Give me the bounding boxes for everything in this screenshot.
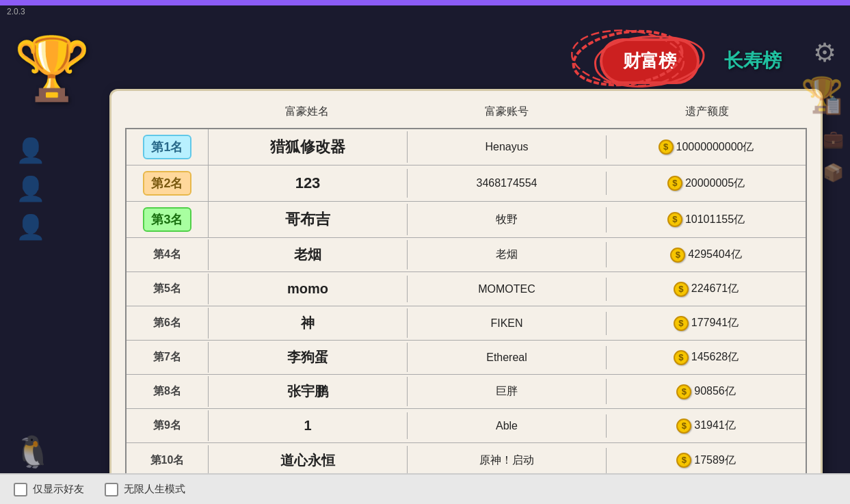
amount-cell: $177941亿 <box>607 310 806 336</box>
name-cell: 老烟 <box>209 240 408 269</box>
rank-cell: 第3名 <box>127 202 209 237</box>
amount-text: 224671亿 <box>691 282 739 296</box>
rank-badge: 第7名 <box>146 347 188 367</box>
name-cell: momo <box>209 276 408 302</box>
rank-badge: 第5名 <box>146 279 188 299</box>
sidebar-icon-2: 💼 <box>823 129 844 149</box>
name-cell: 猎狐修改器 <box>209 131 408 163</box>
table-row: 第1名猎狐修改器Henayus$10000000000亿 <box>127 129 806 165</box>
penguin-icon: 🐧 <box>14 434 52 470</box>
show-friends-option[interactable]: 仅显示好友 <box>14 483 84 496</box>
rank-badge: 第9名 <box>146 416 188 436</box>
amount-text: 90856亿 <box>694 384 736 399</box>
rank-cell: 第4名 <box>127 239 209 270</box>
table-headers: 富豪姓名 富豪账号 遗产额度 <box>125 101 807 122</box>
rank-cell: 第9名 <box>127 410 209 441</box>
coin-icon: $ <box>670 248 685 263</box>
amount-text: 10101155亿 <box>685 213 745 227</box>
rank-badge: 第4名 <box>146 245 188 265</box>
sidebar-icon-3: 📦 <box>823 163 844 183</box>
name-cell: 张宇鹏 <box>209 377 408 406</box>
leaderboard-panel: 富豪姓名 富豪账号 遗产额度 第1名猎狐修改器Henayus$100000000… <box>109 89 823 491</box>
account-cell: 原神！启动 <box>408 448 607 473</box>
infinite-life-option[interactable]: 无限人生模式 <box>105 483 185 496</box>
rank-cell: 第6名 <box>127 308 209 339</box>
ghost-figure-2: 👤 <box>16 175 46 203</box>
amount-cell: $90856亿 <box>607 379 806 405</box>
show-friends-checkbox[interactable] <box>14 483 27 496</box>
rank-badge: 第8名 <box>146 382 188 401</box>
amount-text: 31941亿 <box>694 419 736 433</box>
table-row: 第7名李狗蛋Ethereal$145628亿 <box>127 341 806 375</box>
rank-cell: 第10名 <box>127 445 209 476</box>
rank-badge: 第1名 <box>143 135 191 159</box>
name-cell: 道心永恒 <box>209 446 408 475</box>
show-friends-label: 仅显示好友 <box>33 483 84 496</box>
trophy-icon-left: 🏆 <box>14 38 90 99</box>
sidebar-decorations-right: 📋 💼 📦 <box>819 96 847 183</box>
rank-badge: 第6名 <box>146 313 188 333</box>
account-cell: FIKEN <box>408 312 607 335</box>
bottom-bar: 仅显示好友 无限人生模式 <box>0 473 850 504</box>
rank-badge: 第3名 <box>143 207 191 232</box>
amount-text: 4295404亿 <box>688 248 741 262</box>
svg-point-0 <box>570 25 685 92</box>
tab-longevity[interactable]: 长寿榜 <box>710 40 795 82</box>
table-row: 第2名1233468174554$20000005亿 <box>127 165 806 202</box>
rank-cell: 第1名 <box>127 129 209 165</box>
header-name: 富豪姓名 <box>207 101 407 122</box>
ghost-figure-3: 👤 <box>16 213 46 241</box>
name-cell: 李狗蛋 <box>209 343 408 372</box>
coin-icon: $ <box>676 384 691 399</box>
table-row: 第4名老烟老烟$4295404亿 <box>127 238 806 272</box>
rank-cell: 第5名 <box>127 274 209 304</box>
sidebar-icon-1: 📋 <box>823 96 844 116</box>
rank-badge: 第2名 <box>143 171 191 196</box>
account-cell: 3468174554 <box>408 172 607 195</box>
coin-icon: $ <box>674 350 689 365</box>
amount-cell: $10000000000亿 <box>607 134 806 160</box>
leaderboard-table: 第1名猎狐修改器Henayus$10000000000亿第2名123346817… <box>125 128 807 479</box>
amount-text: 17589亿 <box>694 453 736 468</box>
name-cell: 123 <box>209 169 408 198</box>
top-purple-bar <box>0 0 850 5</box>
coin-icon: $ <box>667 212 682 227</box>
account-cell: Able <box>408 414 607 438</box>
rank-cell: 第7名 <box>127 342 209 373</box>
table-row: 第9名1Able$31941亿 <box>127 409 806 443</box>
header-account: 富豪账号 <box>407 101 607 122</box>
header-amount: 遗产额度 <box>607 101 807 122</box>
amount-cell: $10101155亿 <box>607 207 806 233</box>
coin-icon: $ <box>674 282 689 297</box>
coin-icon: $ <box>676 419 691 434</box>
amount-cell: $17589亿 <box>607 447 806 473</box>
amount-cell: $145628亿 <box>607 345 806 371</box>
version-label: 2.0.3 <box>7 7 25 16</box>
gear-icon[interactable]: ⚙ <box>813 38 836 68</box>
red-circle-decoration <box>570 27 686 89</box>
amount-text: 145628亿 <box>691 350 739 364</box>
amount-text: 20000005亿 <box>685 176 745 191</box>
coin-icon: $ <box>674 316 689 331</box>
account-cell: 老烟 <box>408 242 607 267</box>
ghost-figure-1: 👤 <box>16 137 46 165</box>
amount-text: 177941亿 <box>691 316 739 330</box>
infinite-life-label: 无限人生模式 <box>124 483 185 496</box>
amount-cell: $4295404亿 <box>607 242 806 268</box>
table-row: 第8名张宇鹏巨胖$90856亿 <box>127 375 806 409</box>
table-row: 第3名哥布吉牧野$10101155亿 <box>127 202 806 238</box>
account-cell: Henayus <box>408 135 607 159</box>
coin-icon: $ <box>667 176 682 191</box>
coin-icon: $ <box>659 140 674 155</box>
account-cell: 巨胖 <box>408 379 607 404</box>
account-cell: 牧野 <box>408 207 607 233</box>
name-cell: 1 <box>209 412 408 439</box>
table-row: 第10名道心永恒原神！启动$17589亿 <box>127 443 806 477</box>
table-row: 第5名momoMOMOTEC$224671亿 <box>127 272 806 306</box>
amount-cell: $224671亿 <box>607 276 806 302</box>
amount-cell: $20000005亿 <box>607 170 806 196</box>
amount-text: 10000000000亿 <box>676 140 754 155</box>
name-cell: 神 <box>209 308 408 338</box>
rank-cell: 第8名 <box>127 376 209 407</box>
infinite-life-checkbox[interactable] <box>105 483 118 496</box>
